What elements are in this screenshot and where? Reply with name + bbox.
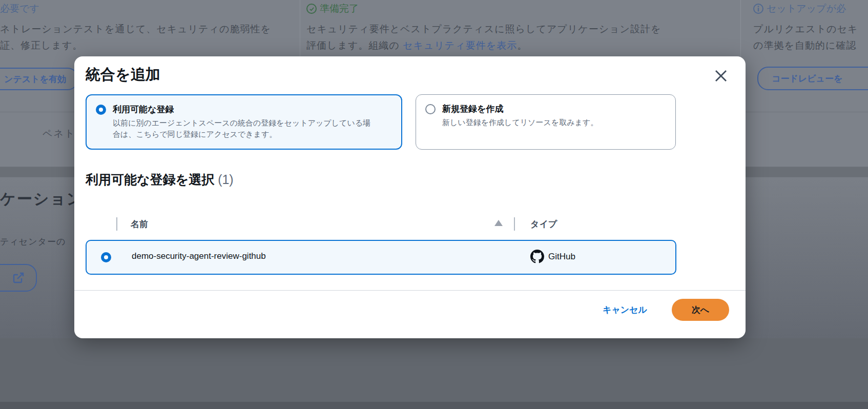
footer-divider — [74, 290, 746, 291]
ready-status: 準備完了 — [306, 2, 359, 15]
design-review-line2: 評価します。組織の セキュリティ要件を表示。 — [306, 39, 527, 52]
radio-unselected-icon[interactable] — [425, 104, 436, 114]
code-review-line1: プルリクエストのセキ — [753, 23, 858, 36]
header-divider — [514, 217, 515, 231]
registration-options: 利用可能な登録 以前に別のエージェントスペースの統合の登録をセットアップしている… — [86, 94, 676, 150]
option-description: 以前に別のエージェントスペースの統合の登録をセットアップしている場合は、こちらで… — [113, 117, 371, 140]
next-button[interactable]: 次へ — [672, 299, 729, 321]
background-bottom-strip — [0, 402, 868, 409]
check-circle-icon — [306, 4, 317, 14]
cancel-button[interactable]: キャンセル — [603, 304, 647, 316]
option-create-registration[interactable]: 新規登録を作成 新しい登録を作成してリソースを取みます。 — [416, 94, 676, 150]
close-icon — [713, 68, 729, 84]
option-description: 新しい登録を作成してリソースを取みます。 — [442, 117, 598, 128]
close-button[interactable] — [711, 66, 731, 86]
add-integration-modal: 統合を追加 利用可能な登録 以前に別のエージェントスペースの統合の登録をセットア… — [74, 56, 746, 338]
security-center-text: ティセンターの — [0, 236, 66, 248]
modal-title: 統合を追加 — [86, 65, 160, 85]
enable-pentest-button: ンテストを有効 — [0, 68, 78, 90]
application-heading: ケーション — [0, 189, 84, 210]
background-lower-band — [0, 338, 868, 409]
info-icon — [753, 4, 763, 14]
pentest-status-link: 必要です — [0, 2, 39, 15]
design-review-line1: セキュリティ要件とベストプラクティスに照らしてアプリケーション設計を — [306, 23, 661, 36]
row-radio-selected-icon[interactable] — [101, 252, 111, 262]
selection-title: 利用可能な登録を選択 (1) — [86, 171, 234, 188]
registration-type-label: GitHub — [548, 252, 575, 262]
sort-ascending-icon[interactable] — [494, 220, 503, 226]
column-header-name[interactable]: 名前 — [131, 218, 148, 230]
selection-count: (1) — [218, 172, 234, 187]
table-row-registration[interactable]: demo-security-agent-review-github GitHub — [86, 240, 676, 275]
table-header: 名前 タイプ — [86, 216, 676, 233]
pentest-body-line2: 証、修正します。 — [0, 39, 82, 52]
option-label: 新規登録を作成 — [442, 103, 598, 115]
option-available-registration[interactable]: 利用可能な登録 以前に別のエージェントスペースの統合の登録をセットアップしている… — [86, 94, 402, 150]
registration-name: demo-security-agent-review-github — [132, 251, 266, 261]
code-review-button: コードレビューを — [757, 67, 868, 90]
code-review-line2: の準拠を自動的に確認 — [753, 39, 856, 52]
modal-footer: キャンセル 次へ — [603, 297, 729, 322]
github-icon — [530, 250, 544, 263]
external-link-icon — [12, 272, 25, 284]
header-divider — [116, 217, 117, 231]
security-requirements-link: セキュリティ要件を表示 — [403, 40, 517, 51]
pentest-body-line1: ネトレーションテストを通じて、セキュリティの脆弱性を — [0, 23, 271, 36]
option-label: 利用可能な登録 — [113, 103, 371, 116]
setup-required-status: セットアップが必 — [753, 2, 846, 15]
open-external-button — [0, 264, 37, 292]
radio-selected-icon[interactable] — [96, 105, 106, 115]
column-header-type[interactable]: タイプ — [530, 218, 557, 230]
registration-type: GitHub — [530, 250, 575, 263]
